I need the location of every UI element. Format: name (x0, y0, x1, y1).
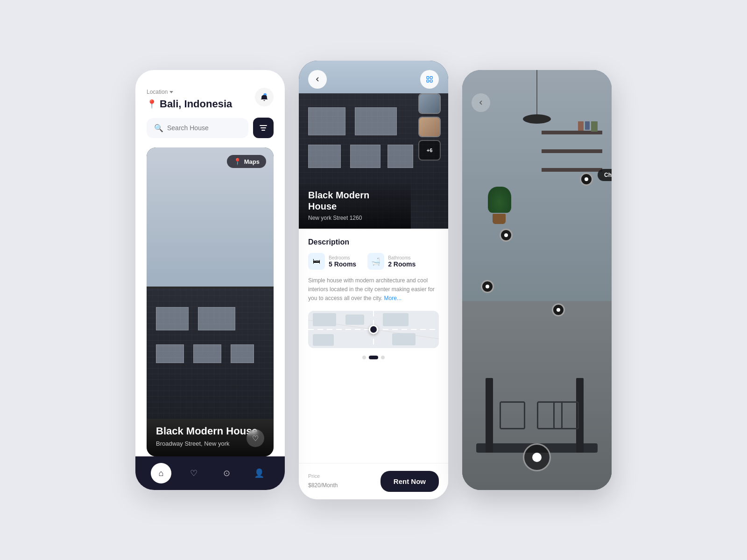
svg-rect-13 (392, 333, 416, 345)
map-dot (369, 325, 378, 334)
rooms-row: 🛏 Bedrooms 5 Rooms 🛁 Bathrooms 2 Rooms (308, 253, 439, 270)
thumbnail-more[interactable]: +6 (418, 140, 441, 161)
hotspot-2[interactable] (500, 229, 513, 242)
more-link[interactable]: More... (384, 295, 402, 301)
bathrooms-stat: 🛁 Bathrooms 2 Rooms (367, 253, 416, 270)
bathroom-info: Bathrooms 2 Rooms (388, 255, 416, 268)
phone1-header: Location 📍 Bali, Indonesia (135, 70, 285, 118)
maps-badge[interactable]: 📍 Maps (227, 155, 266, 168)
filter-icon (260, 125, 267, 131)
pin-small-icon: 📍 (233, 158, 241, 165)
bath-icon: 🛁 (371, 257, 381, 266)
rent-now-button[interactable]: Rent Now (381, 471, 439, 492)
svg-rect-4 (430, 80, 432, 82)
filter-button[interactable] (253, 118, 274, 138)
bedrooms-stat: 🛏 Bedrooms 5 Rooms (308, 253, 356, 270)
location-city: 📍 Bali, Indonesia (147, 98, 274, 110)
svg-rect-1 (427, 77, 429, 79)
grid-view-button[interactable] (420, 70, 439, 89)
back-button-3[interactable] (472, 93, 490, 112)
bottom-nav: ⌂ ♡ ⊙ 👤 (135, 456, 285, 490)
thumbnail-2[interactable] (418, 117, 441, 137)
bathroom-icon-wrap: 🛁 (367, 253, 384, 270)
svg-rect-2 (430, 77, 432, 79)
hotspot-3[interactable] (481, 280, 494, 293)
house-card[interactable]: 📍 Maps Black Modern House Broadway Stree… (147, 147, 274, 456)
description-title: Description (308, 238, 439, 246)
price-section: Price $820/Month (308, 473, 338, 490)
back-button[interactable] (308, 70, 327, 89)
phone-1: Location 📍 Bali, Indonesia 🔍 (135, 70, 285, 490)
chevron-down-icon (169, 91, 173, 93)
detail-image-section: +6 Black ModernHouse New york Street 126… (299, 61, 448, 229)
svg-rect-11 (383, 313, 409, 326)
dot-3[interactable] (381, 356, 385, 359)
description-text: Simple house with modern architecture an… (308, 276, 439, 303)
svg-rect-9 (313, 313, 336, 326)
hotspot-circle-3 (481, 280, 494, 293)
phone-2: +6 Black ModernHouse New york Street 126… (299, 61, 448, 499)
ar-nav-circle[interactable] (523, 443, 551, 471)
price-rent-row: Price $820/Month Rent Now (299, 463, 448, 499)
notification-button[interactable] (255, 88, 274, 106)
heart-icon: ♡ (252, 434, 259, 443)
price-value: $820/Month (308, 479, 338, 490)
search-icon: 🔍 (154, 124, 163, 133)
bedroom-info: Bedrooms 5 Rooms (329, 255, 356, 268)
search-bar[interactable]: 🔍 (147, 118, 248, 138)
chandelier-hotspot[interactable]: Chandelier (580, 173, 593, 186)
pin-icon: 📍 (147, 99, 157, 109)
favorite-button[interactable]: ♡ (247, 429, 264, 447)
detail-house-title: Black ModernHouse (308, 189, 402, 212)
svg-rect-10 (345, 315, 364, 325)
map-strip (308, 311, 439, 348)
profile-icon: 👤 (254, 468, 264, 478)
thumbnail-1[interactable] (418, 93, 441, 114)
bedroom-icon-wrap: 🛏 (308, 253, 325, 270)
nav-search[interactable]: ⊙ (216, 463, 237, 483)
detail-house-address: New york Street 1260 (308, 215, 402, 221)
nav-favorites[interactable]: ♡ (183, 463, 204, 483)
svg-rect-12 (313, 334, 334, 346)
chandelier-label: Chandelier (598, 169, 612, 181)
dot-indicators (308, 356, 439, 359)
nav-home[interactable]: ⌂ (151, 463, 171, 483)
detail-house-info: Black ModernHouse New york Street 1260 (299, 182, 411, 229)
bed-icon: 🛏 (313, 257, 320, 266)
hotspot-circle-1 (580, 173, 593, 186)
nav-profile[interactable]: 👤 (249, 463, 269, 483)
thumbnail-strip: +6 (418, 93, 441, 161)
heart-nav-icon: ♡ (190, 468, 197, 478)
dot-1[interactable] (362, 356, 366, 359)
search-row: 🔍 (135, 118, 285, 147)
hotspot-circle-2 (500, 229, 513, 242)
search-nav-icon: ⊙ (223, 468, 230, 478)
hotspot-4[interactable] (552, 303, 565, 316)
location-label: Location (147, 89, 274, 95)
home-icon: ⌂ (159, 469, 164, 478)
phone-3: Chandelier (462, 70, 612, 490)
detail-content: Description 🛏 Bedrooms 5 Rooms 🛁 Bathroo… (299, 229, 448, 463)
hotspot-circle-4 (552, 303, 565, 316)
svg-rect-3 (427, 80, 429, 82)
dot-2-active[interactable] (369, 356, 378, 359)
house-image (147, 147, 274, 456)
search-input[interactable] (167, 124, 241, 132)
